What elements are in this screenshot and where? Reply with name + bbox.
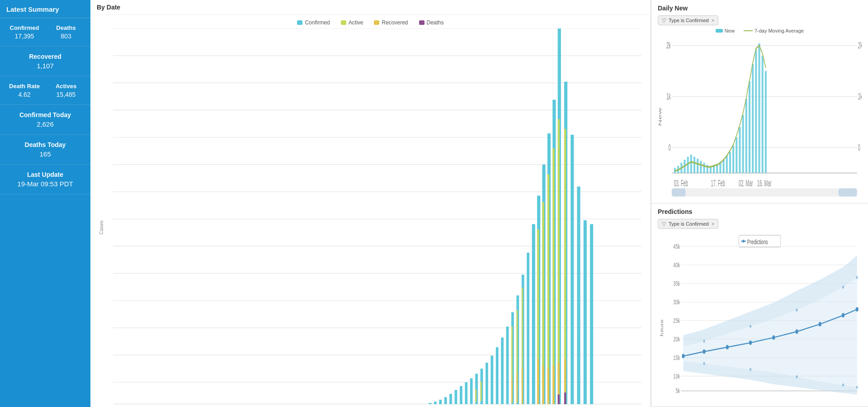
svg-rect-79 [571,135,574,404]
svg-point-183 [856,386,858,389]
deaths-today-label: Deaths Today [25,141,66,148]
actives-value: 15,485 [45,91,87,98]
svg-rect-81 [584,220,587,404]
svg-rect-57 [527,253,529,404]
svg-rect-108 [690,155,692,173]
deathrate-stat: Death Rate 4.62 [4,83,45,98]
svg-rect-64 [542,365,544,404]
confirmed-today-label: Confirmed Today [19,111,71,118]
daily-new-section: Daily New ▽ Type is Confirmed × New 7-da… [651,0,868,204]
svg-rect-63 [542,202,544,390]
svg-rect-130 [762,56,764,173]
svg-rect-138 [839,188,857,196]
legend-moving-avg: 7-day Moving Average [744,28,804,33]
main-chart-panel: By Date Confirmed Active Recovered Death… [90,0,651,407]
deathrate-label: Death Rate [4,83,45,90]
deathrate-value: 4.62 [4,91,45,98]
svg-rect-122 [736,137,737,173]
daily-new-title: Daily New [658,5,862,12]
recovered-value: 1,107 [37,62,54,70]
main-y-label: Cases [99,221,104,235]
predictions-chart: Predictions 45k 40k 35k 30k 25k 20k 15k [658,232,862,402]
svg-rect-30 [429,403,432,404]
legend-deaths-color [419,20,425,25]
predictions-filter-label: Type is Confirmed [669,221,709,227]
legend-active-color [341,20,346,25]
last-update-value: 19-Mar 09:53 PDT [17,180,73,188]
svg-point-175 [750,325,751,328]
svg-text:1k: 1k [858,91,862,101]
svg-text:35k: 35k [673,279,680,287]
svg-point-173 [856,307,859,312]
svg-text:15k: 15k [673,354,680,361]
svg-rect-76 [564,129,566,372]
svg-rect-31 [434,402,437,404]
svg-rect-78 [564,393,566,404]
svg-point-181 [796,375,797,379]
svg-rect-70 [552,365,554,404]
deathrate-actives-row: Death Rate 4.62 Actives 15,485 [0,76,90,105]
svg-rect-125 [745,99,747,173]
svg-point-172 [842,313,844,317]
svg-rect-112 [703,163,705,173]
svg-rect-126 [749,81,750,173]
svg-point-176 [796,308,797,312]
svg-rect-69 [552,148,554,388]
svg-point-179 [703,362,705,365]
svg-rect-61 [537,359,539,404]
svg-rect-56 [522,369,523,404]
svg-rect-129 [758,43,760,173]
daily-new-filter-tag[interactable]: ▽ Type is Confirmed × [658,15,718,25]
svg-rect-123 [739,127,741,173]
confirmed-label: Confirmed [4,24,45,31]
svg-rect-42 [481,382,482,401]
svg-point-171 [819,322,821,327]
svg-rect-121 [732,146,734,173]
svg-text:30k: 30k [673,298,680,306]
right-panel: Daily New ▽ Type is Confirmed × New 7-da… [651,0,868,407]
legend-active: Active [341,19,363,26]
svg-text:5k: 5k [675,387,680,395]
svg-point-180 [750,368,751,371]
predictions-filter-close[interactable]: × [712,221,714,227]
svg-rect-120 [729,151,731,173]
predictions-filter-tag[interactable]: ▽ Type is Confirmed × [658,219,718,229]
confirmed-stat: Confirmed 17,395 [4,24,45,40]
confirmed-today-value: 2,626 [37,120,54,128]
svg-rect-82 [590,224,593,404]
svg-rect-43 [486,363,488,404]
svg-text:45k: 45k [673,243,680,251]
daily-new-legend: New 7-day Moving Average [658,28,862,33]
svg-rect-40 [475,389,476,402]
daily-new-filter-close[interactable]: × [712,18,714,23]
svg-rect-118 [723,160,725,173]
svg-text:20k: 20k [673,335,680,343]
deaths-stat: Deaths 803 [45,24,87,40]
svg-rect-124 [742,115,744,173]
svg-rect-110 [697,159,698,173]
actives-stat: Actives 15,485 [45,83,87,98]
daily-new-filter-label: Type is Confirmed [669,18,709,23]
svg-rect-38 [470,379,473,404]
svg-text:2k: 2k [858,40,862,50]
legend-moving-avg-line [744,30,753,31]
main-chart-svg: 14k 13k 12k 11k 10k 9k 8k 7k 6k 5k 4k 3k… [113,28,642,404]
svg-rect-33 [444,397,447,404]
legend-recovered-color [374,20,379,25]
sidebar-title: Latest Summary [0,0,90,18]
svg-rect-66 [547,174,549,391]
svg-rect-32 [439,400,442,404]
legend-moving-avg-label: 7-day Moving Average [755,28,804,33]
svg-text:0: 0 [858,142,860,152]
svg-text:03. Feb: 03. Feb [674,178,688,188]
svg-point-178 [856,276,858,279]
deaths-today-row: Deaths Today 165 [0,135,90,165]
svg-text:40k: 40k [673,261,680,269]
svg-text:02. Mar: 02. Mar [739,178,753,188]
legend-deaths: Deaths [419,19,444,26]
svg-rect-53 [516,372,518,403]
legend-new: New [716,28,735,33]
svg-point-165 [682,354,684,358]
svg-rect-35 [455,390,458,404]
svg-rect-44 [491,355,493,404]
